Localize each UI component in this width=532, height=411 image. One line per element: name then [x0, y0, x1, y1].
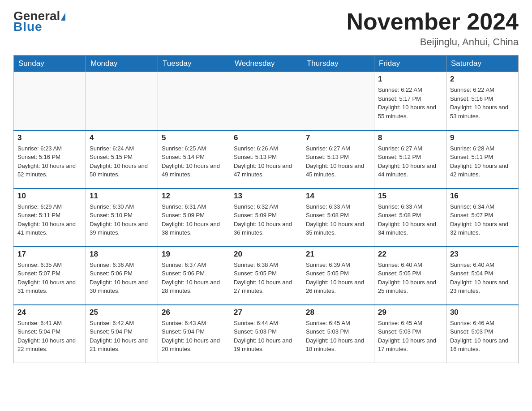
- day-number: 8: [378, 133, 442, 142]
- day-info: Sunrise: 6:38 AMSunset: 5:05 PMDaylight:…: [234, 261, 298, 295]
- day-number: 4: [90, 133, 154, 142]
- table-row: 27Sunrise: 6:44 AMSunset: 5:03 PMDayligh…: [230, 305, 302, 363]
- day-number: 2: [450, 75, 515, 84]
- header-thursday: Thursday: [302, 56, 374, 72]
- table-row: [302, 72, 374, 130]
- table-row: 29Sunrise: 6:45 AMSunset: 5:03 PMDayligh…: [374, 305, 446, 363]
- day-number: 27: [234, 308, 298, 317]
- day-info: Sunrise: 6:43 AMSunset: 5:04 PMDaylight:…: [162, 319, 226, 354]
- table-row: 13Sunrise: 6:32 AMSunset: 5:09 PMDayligh…: [230, 188, 302, 247]
- day-number: 29: [378, 308, 442, 317]
- calendar-week-row: 10Sunrise: 6:29 AMSunset: 5:11 PMDayligh…: [14, 188, 519, 247]
- day-info: Sunrise: 6:45 AMSunset: 5:03 PMDaylight:…: [306, 319, 370, 354]
- day-number: 11: [90, 192, 154, 201]
- day-info: Sunrise: 6:35 AMSunset: 5:07 PMDaylight:…: [17, 261, 82, 295]
- header-wednesday: Wednesday: [230, 56, 302, 72]
- month-title: November 2024: [347, 9, 519, 34]
- table-row: [230, 72, 302, 130]
- day-number: 26: [162, 308, 226, 317]
- day-number: 10: [17, 192, 82, 201]
- table-row: 20Sunrise: 6:38 AMSunset: 5:05 PMDayligh…: [230, 247, 302, 305]
- title-section: November 2024 Beijinglu, Anhui, China: [347, 9, 519, 48]
- day-info: Sunrise: 6:37 AMSunset: 5:06 PMDaylight:…: [162, 261, 226, 295]
- table-row: 11Sunrise: 6:30 AMSunset: 5:10 PMDayligh…: [86, 188, 158, 247]
- table-row: 22Sunrise: 6:40 AMSunset: 5:05 PMDayligh…: [374, 247, 446, 305]
- header-sunday: Sunday: [14, 56, 86, 72]
- table-row: 9Sunrise: 6:28 AMSunset: 5:11 PMDaylight…: [446, 130, 518, 188]
- table-row: 16Sunrise: 6:34 AMSunset: 5:07 PMDayligh…: [446, 188, 518, 247]
- table-row: [14, 72, 86, 130]
- day-info: Sunrise: 6:33 AMSunset: 5:08 PMDaylight:…: [378, 202, 442, 237]
- day-number: 22: [378, 250, 442, 259]
- table-row: 30Sunrise: 6:46 AMSunset: 5:03 PMDayligh…: [446, 305, 518, 363]
- day-info: Sunrise: 6:40 AMSunset: 5:04 PMDaylight:…: [450, 261, 515, 295]
- day-info: Sunrise: 6:26 AMSunset: 5:13 PMDaylight:…: [234, 144, 298, 179]
- day-info: Sunrise: 6:39 AMSunset: 5:05 PMDaylight:…: [306, 261, 370, 295]
- logo-blue-text: Blue: [13, 20, 43, 34]
- table-row: 7Sunrise: 6:27 AMSunset: 5:13 PMDaylight…: [302, 130, 374, 188]
- day-info: Sunrise: 6:22 AMSunset: 5:17 PMDaylight:…: [378, 86, 442, 120]
- table-row: 4Sunrise: 6:24 AMSunset: 5:15 PMDaylight…: [86, 130, 158, 188]
- day-number: 9: [450, 133, 515, 142]
- table-row: 28Sunrise: 6:45 AMSunset: 5:03 PMDayligh…: [302, 305, 374, 363]
- table-row: 10Sunrise: 6:29 AMSunset: 5:11 PMDayligh…: [14, 188, 86, 247]
- day-info: Sunrise: 6:44 AMSunset: 5:03 PMDaylight:…: [234, 319, 298, 354]
- header-friday: Friday: [374, 56, 446, 72]
- table-row: 6Sunrise: 6:26 AMSunset: 5:13 PMDaylight…: [230, 130, 302, 188]
- day-info: Sunrise: 6:36 AMSunset: 5:06 PMDaylight:…: [90, 261, 154, 295]
- day-info: Sunrise: 6:34 AMSunset: 5:07 PMDaylight:…: [450, 202, 515, 237]
- day-number: 28: [306, 308, 370, 317]
- day-number: 16: [450, 192, 515, 201]
- day-number: 24: [17, 308, 82, 317]
- day-number: 23: [450, 250, 515, 259]
- day-info: Sunrise: 6:46 AMSunset: 5:03 PMDaylight:…: [450, 319, 515, 354]
- day-number: 3: [17, 133, 82, 142]
- day-number: 21: [306, 250, 370, 259]
- header-tuesday: Tuesday: [158, 56, 230, 72]
- day-number: 15: [378, 192, 442, 201]
- logo-triangle-icon: [61, 13, 65, 21]
- table-row: 17Sunrise: 6:35 AMSunset: 5:07 PMDayligh…: [14, 247, 86, 305]
- day-number: 19: [162, 250, 226, 259]
- day-info: Sunrise: 6:45 AMSunset: 5:03 PMDaylight:…: [378, 319, 442, 354]
- table-row: 1Sunrise: 6:22 AMSunset: 5:17 PMDaylight…: [374, 72, 446, 130]
- table-row: 24Sunrise: 6:41 AMSunset: 5:04 PMDayligh…: [14, 305, 86, 363]
- day-info: Sunrise: 6:30 AMSunset: 5:10 PMDaylight:…: [90, 202, 154, 237]
- day-info: Sunrise: 6:41 AMSunset: 5:04 PMDaylight:…: [17, 319, 82, 354]
- day-number: 17: [17, 250, 82, 259]
- calendar-header-row: Sunday Monday Tuesday Wednesday Thursday…: [14, 56, 519, 72]
- table-row: 26Sunrise: 6:43 AMSunset: 5:04 PMDayligh…: [158, 305, 230, 363]
- day-info: Sunrise: 6:33 AMSunset: 5:08 PMDaylight:…: [306, 202, 370, 237]
- day-info: Sunrise: 6:28 AMSunset: 5:11 PMDaylight:…: [450, 144, 515, 179]
- day-number: 30: [450, 308, 515, 317]
- day-info: Sunrise: 6:25 AMSunset: 5:14 PMDaylight:…: [162, 144, 226, 179]
- calendar-week-row: 24Sunrise: 6:41 AMSunset: 5:04 PMDayligh…: [14, 305, 519, 363]
- location-text: Beijinglu, Anhui, China: [347, 36, 519, 48]
- day-number: 6: [234, 133, 298, 142]
- table-row: 25Sunrise: 6:42 AMSunset: 5:04 PMDayligh…: [86, 305, 158, 363]
- page-header: General Blue November 2024 Beijinglu, An…: [13, 9, 519, 48]
- table-row: 18Sunrise: 6:36 AMSunset: 5:06 PMDayligh…: [86, 247, 158, 305]
- header-monday: Monday: [86, 56, 158, 72]
- day-info: Sunrise: 6:24 AMSunset: 5:15 PMDaylight:…: [90, 144, 154, 179]
- table-row: [158, 72, 230, 130]
- table-row: 15Sunrise: 6:33 AMSunset: 5:08 PMDayligh…: [374, 188, 446, 247]
- day-number: 14: [306, 192, 370, 201]
- day-info: Sunrise: 6:22 AMSunset: 5:16 PMDaylight:…: [450, 86, 515, 120]
- day-info: Sunrise: 6:27 AMSunset: 5:12 PMDaylight:…: [378, 144, 442, 179]
- calendar-week-row: 1Sunrise: 6:22 AMSunset: 5:17 PMDaylight…: [14, 72, 519, 130]
- table-row: 8Sunrise: 6:27 AMSunset: 5:12 PMDaylight…: [374, 130, 446, 188]
- header-saturday: Saturday: [446, 56, 518, 72]
- table-row: 23Sunrise: 6:40 AMSunset: 5:04 PMDayligh…: [446, 247, 518, 305]
- day-number: 25: [90, 308, 154, 317]
- table-row: 3Sunrise: 6:23 AMSunset: 5:16 PMDaylight…: [14, 130, 86, 188]
- day-number: 7: [306, 133, 370, 142]
- day-info: Sunrise: 6:23 AMSunset: 5:16 PMDaylight:…: [17, 144, 82, 179]
- table-row: 21Sunrise: 6:39 AMSunset: 5:05 PMDayligh…: [302, 247, 374, 305]
- table-row: 19Sunrise: 6:37 AMSunset: 5:06 PMDayligh…: [158, 247, 230, 305]
- table-row: 12Sunrise: 6:31 AMSunset: 5:09 PMDayligh…: [158, 188, 230, 247]
- day-number: 13: [234, 192, 298, 201]
- day-info: Sunrise: 6:27 AMSunset: 5:13 PMDaylight:…: [306, 144, 370, 179]
- day-info: Sunrise: 6:42 AMSunset: 5:04 PMDaylight:…: [90, 319, 154, 354]
- table-row: [86, 72, 158, 130]
